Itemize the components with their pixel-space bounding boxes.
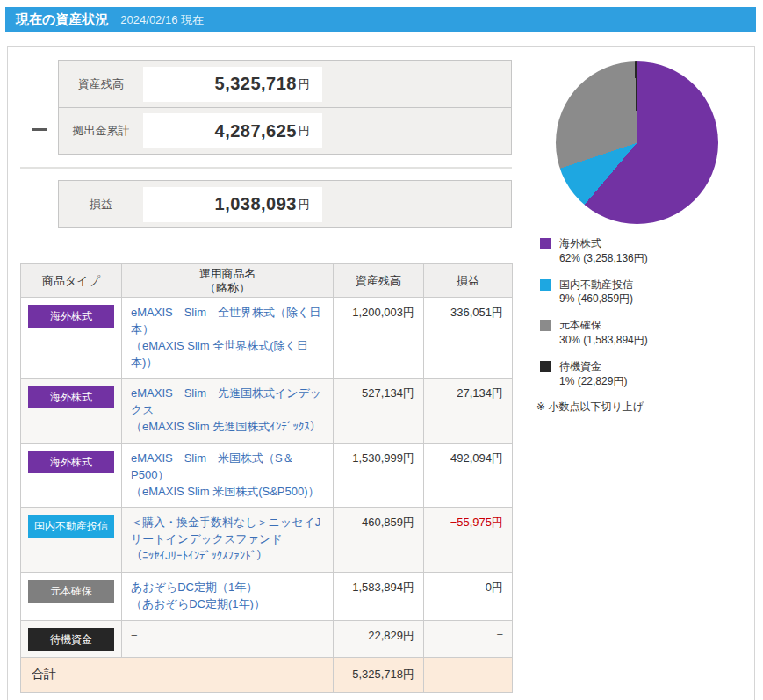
equals-divider — [20, 167, 512, 169]
legend-detail: 9% (460,859円) — [559, 292, 633, 307]
product-type-badge: 海外株式 — [28, 451, 114, 473]
table-header-row: 商品タイプ 運用商品名 （略称） 資産残高 損益 — [21, 264, 513, 298]
balance-minus-contribution-row: 資産残高 5,325,718 円 拠出金累計 4,287,625 円 — [20, 60, 512, 155]
profit-loss-value: 1,038,093 — [215, 194, 297, 214]
asset-allocation-pie-chart — [556, 61, 718, 224]
product-name-cell: − — [122, 620, 334, 657]
product-type-cell: 海外株式 — [21, 379, 122, 444]
product-alias: （ﾆｯｾｲJﾘｰﾄｲﾝﾃﾞｯｸｽﾌｧﾝﾄﾞ） — [131, 548, 324, 565]
pl-cell: − — [424, 620, 513, 657]
legend-swatch — [540, 238, 551, 249]
product-type-cell: 待機資金 — [21, 620, 122, 657]
product-alias: （あおぞらDC定期(1年)） — [131, 596, 324, 613]
product-name-cell: eMAXIS Slim 先進国株式インデックス （eMAXIS Slim 先進国… — [122, 379, 334, 444]
pl-cell: 27,134円 — [424, 379, 513, 444]
table-row: 元本確保 あおぞらDC定期（1年） （あおぞらDC定期(1年)） 1,583,8… — [21, 572, 513, 620]
product-name-cell: eMAXIS Slim 米国株式（S＆P500） （eMAXIS Slim 米国… — [122, 443, 334, 508]
product-type-badge: 国内不動産投信 — [28, 515, 114, 538]
pie-legend: 海外株式 62% (3,258,136円) 国内不動産投信 9% (460,85… — [540, 236, 742, 388]
contribution-total-field: 4,287,625 円 — [143, 113, 322, 148]
pl-cell: −55,975円 — [424, 508, 513, 573]
pl-cell: 492,094円 — [424, 443, 513, 508]
legend-label: 元本確保 — [559, 318, 648, 333]
col-header-pl: 損益 — [424, 264, 513, 298]
profit-loss-row: 損益 1,038,093 円 — [59, 181, 511, 227]
asset-balance-label: 資産残高 — [59, 76, 143, 92]
rounding-note: ※ 小数点以下切り上げ — [536, 400, 742, 415]
asset-status-panel: 資産残高 5,325,718 円 拠出金累計 4,287,625 円 — [7, 46, 755, 700]
product-name-cell: あおぞらDC定期（1年） （あおぞらDC定期(1年)） — [122, 572, 334, 620]
product-type-badge: 待機資金 — [28, 628, 114, 651]
legend-detail: 62% (3,258,136円) — [559, 251, 648, 266]
balance-group: 資産残高 5,325,718 円 拠出金累計 4,287,625 円 — [58, 60, 512, 155]
product-name-cell: eMAXIS Slim 全世界株式（除く日本） （eMAXIS Slim 全世界… — [122, 298, 334, 379]
contribution-total-value: 4,287,625 — [215, 121, 297, 141]
product-name-link[interactable]: eMAXIS Slim 全世界株式（除く日本） — [131, 306, 320, 336]
legend-swatch — [540, 361, 551, 372]
title-bar: 現在の資産状況 2024/02/16 現在 — [5, 7, 756, 32]
asset-balance-row: 資産残高 5,325,718 円 — [59, 61, 511, 107]
asset-balance-unit: 円 — [299, 76, 310, 92]
product-type-cell: 国内不動産投信 — [21, 508, 122, 573]
product-type-cell: 元本確保 — [21, 572, 122, 620]
total-pl — [424, 657, 513, 692]
total-balance: 5,325,718円 — [334, 657, 424, 692]
legend-swatch — [540, 279, 551, 291]
product-name-link[interactable]: − — [131, 629, 138, 642]
balance-cell: 460,859円 — [334, 508, 424, 573]
col-header-balance: 資産残高 — [334, 264, 424, 298]
page-title: 現在の資産状況 — [16, 11, 108, 28]
product-alias: （eMAXIS Slim 米国株式(S&P500)） — [131, 484, 324, 501]
table-row: 海外株式 eMAXIS Slim 全世界株式（除く日本） （eMAXIS Sli… — [21, 298, 513, 379]
profit-loss-unit: 円 — [299, 197, 310, 213]
balance-cell: 1,530,999円 — [334, 443, 424, 508]
legend-swatch — [540, 320, 551, 331]
product-alias: （eMAXIS Slim 全世界株式(除く日本)） — [131, 338, 324, 372]
legend-item: 待機資金 1% (22,829円) — [540, 359, 742, 389]
chart-column: 海外株式 62% (3,258,136円) 国内不動産投信 9% (460,85… — [512, 60, 742, 693]
profit-loss-group: 損益 1,038,093 円 — [58, 180, 512, 228]
product-type-cell: 海外株式 — [21, 443, 122, 508]
operator-gutter — [20, 60, 58, 155]
table-row: 海外株式 eMAXIS Slim 米国株式（S＆P500） （eMAXIS Sl… — [21, 443, 513, 508]
table-row: 国内不動産投信 ＜購入・換金手数料なし＞ニッセイJリートインデックスファンド （… — [21, 508, 513, 573]
product-type-badge: 海外株式 — [28, 386, 114, 408]
legend-detail: 1% (22,829円) — [559, 374, 627, 389]
product-name-link[interactable]: eMAXIS Slim 米国株式（S＆P500） — [131, 451, 294, 481]
profit-loss-field: 1,038,093 円 — [143, 187, 322, 222]
product-name-cell: ＜購入・換金手数料なし＞ニッセイJリートインデックスファンド （ﾆｯｾｲJﾘｰﾄ… — [122, 508, 334, 573]
legend-item: 国内不動産投信 9% (460,859円) — [540, 278, 742, 307]
product-name-link[interactable]: ＜購入・換金手数料なし＞ニッセイJリートインデックスファンド — [131, 516, 320, 545]
profit-loss-label: 損益 — [59, 197, 143, 213]
asset-balance-value: 5,325,718 — [215, 74, 297, 94]
product-name-link[interactable]: あおぞらDC定期（1年） — [131, 581, 257, 594]
col-header-product-name: 運用商品名 （略称） — [122, 264, 334, 298]
legend-label: 待機資金 — [559, 359, 627, 374]
product-type-badge: 元本確保 — [28, 580, 114, 603]
pl-cell: 336,051円 — [424, 298, 513, 379]
table-row: 待機資金 − 22,829円 − — [21, 620, 513, 657]
contribution-total-label: 拠出金累計 — [59, 123, 143, 139]
balance-cell: 22,829円 — [334, 620, 424, 657]
legend-item: 元本確保 30% (1,583,894円) — [540, 318, 742, 348]
product-type-badge: 海外株式 — [28, 305, 114, 328]
col-header-product-type: 商品タイプ — [21, 264, 122, 298]
table-row: 海外株式 eMAXIS Slim 先進国株式インデックス （eMAXIS Sli… — [21, 379, 513, 444]
product-type-cell: 海外株式 — [21, 298, 122, 379]
legend-item: 海外株式 62% (3,258,136円) — [540, 236, 742, 266]
profit-loss-row-wrap: 損益 1,038,093 円 — [20, 180, 512, 228]
legend-label: 海外株式 — [559, 236, 648, 251]
summary-and-table-column: 資産残高 5,325,718 円 拠出金累計 4,287,625 円 — [20, 60, 512, 693]
total-label: 合計 — [21, 657, 334, 692]
product-alias: （eMAXIS Slim 先進国株式ｲﾝﾃﾞｯｸｽ） — [131, 419, 324, 436]
total-row: 合計 5,325,718円 — [21, 657, 513, 692]
product-name-link[interactable]: eMAXIS Slim 先進国株式インデックス — [131, 386, 321, 416]
asset-balance-field: 5,325,718 円 — [143, 67, 322, 102]
legend-detail: 30% (1,583,894円) — [559, 333, 648, 348]
balance-cell: 527,134円 — [334, 379, 424, 444]
legend-label: 国内不動産投信 — [559, 278, 633, 292]
minus-operator — [32, 128, 47, 131]
balance-cell: 1,583,894円 — [334, 572, 424, 620]
contribution-total-row: 拠出金累計 4,287,625 円 — [59, 107, 511, 154]
balance-cell: 1,200,003円 — [334, 298, 424, 379]
